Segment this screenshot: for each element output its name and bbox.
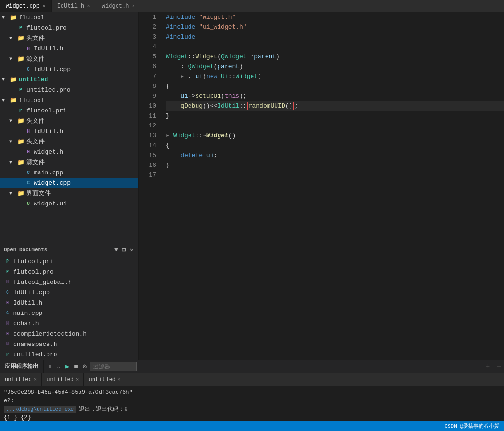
open-doc-icon-file-pro: P [4, 351, 11, 358]
add-output-btn[interactable]: + [482, 362, 494, 371]
open-doc-icon-file-cpp: C [4, 309, 11, 317]
open-doc-item-3[interactable]: CIdUtil.cpp [0, 287, 138, 298]
tree-arrow: ▼ [9, 56, 17, 62]
open-docs-split-btn[interactable]: ⊟ [121, 246, 126, 254]
line-number-11: 11 [139, 111, 156, 121]
remove-output-btn[interactable]: − [494, 362, 504, 371]
open-docs-actions: ▼ ⊟ ✕ [113, 246, 134, 254]
open-docs-list: Pflutool.priPflutool.proHflutool_global.… [0, 256, 138, 360]
open-docs-collapse-btn[interactable]: ▼ [113, 246, 119, 254]
tree-item-srcfiles-2[interactable]: ▼📁源文件 [0, 157, 138, 167]
tree-arrow: ▼ [9, 36, 17, 41]
bottom-tab-2[interactable]: untitled × [84, 373, 126, 386]
bottom-tab-close-1[interactable]: × [76, 377, 79, 383]
top-tab-1[interactable]: IdUtil.h× [52, 0, 96, 12]
tree-label: IdUtil.h [34, 45, 63, 52]
open-doc-icon-file-pro: P [4, 268, 11, 275]
tree-label: main.cpp [34, 169, 63, 176]
open-doc-item-1[interactable]: Pflutool.pro [0, 266, 138, 277]
open-doc-item-0[interactable]: Pflutool.pri [0, 256, 138, 266]
line-number-16: 16 [139, 160, 156, 170]
tree-item-untitled-pro[interactable]: Puntitled.pro [0, 85, 138, 95]
tree-icon-folder: 📁 [9, 96, 17, 104]
line-number-14: 14 [139, 141, 156, 150]
tree-label: 头文件 [26, 34, 45, 42]
bottom-tool-down-btn[interactable]: ⇩ [55, 362, 62, 370]
open-doc-item-4[interactable]: HIdUtil.h [0, 298, 138, 308]
tree-item-widget-cpp[interactable]: Cwidget.cpp [0, 178, 138, 188]
bottom-tab-0[interactable]: untitled × [0, 373, 42, 386]
open-docs-label: Open Documents [4, 247, 47, 252]
code-line-13: ▸ Widget::~Widget() [166, 131, 504, 141]
tree-item-flutool-pro[interactable]: Pflutool.pro [0, 23, 138, 33]
tree-item-flutool-pri[interactable]: Pflutool.pri [0, 105, 138, 116]
editor-area: 1234567891011121314151617 #include "widg… [139, 12, 504, 360]
open-doc-icon-file-h: H [4, 299, 11, 306]
tree-item-uifiles[interactable]: ▼📁界面文件 [0, 188, 138, 198]
tree-item-idutil-h-2[interactable]: HIdUtil.h [0, 126, 138, 136]
open-doc-item-5[interactable]: Cmain.cpp [0, 308, 138, 318]
bottom-panel-toolbar: 应用程序输出 ⇧ ⇩ ▶ ■ ⚙ + − [0, 360, 504, 373]
tree-item-flutool-sub[interactable]: ▼📁flutool [0, 95, 138, 105]
code-line-16: } [166, 160, 504, 170]
tree-item-headfiles-3[interactable]: ▼📁头文件 [0, 136, 138, 147]
line-number-1: 1 [139, 12, 156, 22]
bottom-tool-settings-btn[interactable]: ⚙ [81, 362, 88, 370]
bottom-tab-1[interactable]: untitled × [42, 373, 84, 386]
tree-item-widget-h[interactable]: Hwidget.h [0, 147, 138, 157]
main-area: ▼📁flutoolPflutool.pro▼📁头文件HIdUtil.h▼📁源文件… [0, 12, 504, 360]
tree-label: flutool.pro [26, 24, 67, 31]
tree-icon-folder: 📁 [9, 14, 17, 21]
open-doc-item-7[interactable]: Hqcompilerdetection.h [0, 329, 138, 339]
filter-input[interactable] [90, 362, 137, 371]
tree-item-idutil-cpp-1[interactable]: CIdUtil.cpp [0, 64, 138, 74]
code-line-4 [166, 42, 504, 52]
tree-arrow: ▼ [2, 98, 9, 103]
close-tab-btn-2[interactable]: × [132, 3, 135, 9]
open-doc-icon-file-h: H [4, 330, 11, 337]
open-doc-icon-file-h: H [4, 278, 11, 286]
bottom-tool-stop-btn[interactable]: ■ [72, 363, 79, 370]
bottom-tab-close-0[interactable]: × [34, 377, 37, 383]
tree-icon-folder: 📁 [17, 158, 24, 166]
open-doc-item-9[interactable]: Puntitled.pro [0, 349, 138, 360]
open-doc-label: untitled.pro [13, 351, 57, 358]
open-doc-item-6[interactable]: Hqchar.h [0, 318, 138, 329]
tree-icon-file-pro: P [17, 24, 24, 31]
tree-label: flutool.pri [26, 107, 67, 114]
close-tab-btn-1[interactable]: × [87, 3, 90, 9]
tree-item-headfiles-2[interactable]: ▼📁头文件 [0, 116, 138, 126]
open-doc-label: IdUtil.h [13, 299, 42, 306]
output-line-2: ...\debug\untitled.exe 退出，退出代码：0 [4, 405, 500, 414]
bottom-tool-up-btn[interactable]: ⇧ [47, 362, 53, 370]
tree-icon-folder: 📁 [17, 189, 24, 197]
open-doc-icon-file-h: H [4, 340, 11, 348]
tree-icon-folder: 📁 [17, 138, 24, 145]
open-doc-item-2[interactable]: Hflutool_global.h [0, 277, 138, 287]
tree-item-idutil-h-1[interactable]: HIdUtil.h [0, 43, 138, 54]
tree-item-flutool-root[interactable]: ▼📁flutool [0, 12, 138, 23]
tree-item-widget-ui[interactable]: Uwidget.ui [0, 198, 138, 209]
bottom-tool-play-btn[interactable]: ▶ [64, 362, 71, 370]
open-doc-label: qchar.h [13, 320, 39, 327]
tree-item-srcfiles-1[interactable]: ▼📁源文件 [0, 54, 138, 64]
open-doc-item-8[interactable]: Hqnamespace.h [0, 339, 138, 349]
line-number-9: 9 [139, 91, 156, 101]
code-line-11: } [166, 111, 504, 121]
tree-item-headfiles-1[interactable]: ▼📁头文件 [0, 33, 138, 43]
code-line-17 [166, 170, 504, 180]
tree-label: 头文件 [26, 137, 45, 146]
tree-item-main-cpp[interactable]: Cmain.cpp [0, 167, 138, 178]
top-tab-0[interactable]: widget.cpp× [0, 0, 52, 12]
tree-arrow: ▼ [2, 15, 9, 20]
close-tab-btn-0[interactable]: × [42, 3, 46, 9]
line-number-7: 7 [139, 71, 156, 81]
open-docs-close-btn[interactable]: ✕ [129, 246, 134, 254]
code-line-9: ui->setupUi(this); [166, 91, 504, 101]
tree-arrow: ▼ [9, 160, 17, 165]
tree-item-untitled-root[interactable]: ▼📁untitled [0, 74, 138, 85]
bottom-tab-close-2[interactable]: × [118, 377, 121, 383]
code-content[interactable]: #include "widget.h"#include "ui_widget.h… [161, 12, 504, 360]
top-tab-2[interactable]: widget.h× [96, 0, 141, 12]
code-container: 1234567891011121314151617 #include "widg… [139, 12, 504, 360]
